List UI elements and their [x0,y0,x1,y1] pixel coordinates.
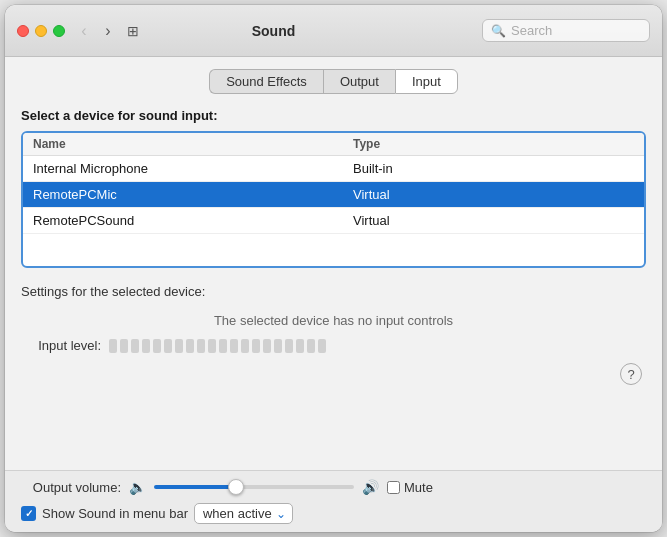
no-controls-text: The selected device has no input control… [21,313,646,328]
level-bar [120,339,128,353]
volume-label: Output volume: [21,480,121,495]
level-bar [208,339,216,353]
settings-section: Settings for the selected device: The se… [21,284,646,454]
table-row[interactable]: RemotePCMic Virtual [23,182,644,208]
content: Sound Effects Output Input Select a devi… [5,57,662,470]
bottom-bar: Output volume: 🔈 🔊 Mute Show Sound in me… [5,470,662,532]
table-row[interactable]: RemotePCSound Virtual [23,208,644,234]
device-type: Built-in [353,161,634,176]
input-level-label: Input level: [21,338,101,353]
volume-low-icon: 🔈 [129,479,146,495]
tab-output[interactable]: Output [323,69,395,94]
search-box[interactable]: 🔍 [482,19,650,42]
device-name: RemotePCMic [33,187,353,202]
level-bar [197,339,205,353]
input-level-row: Input level: [21,338,646,353]
volume-high-icon: 🔊 [362,479,379,495]
dropdown-arrow-icon: ⌄ [276,507,286,521]
device-type: Virtual [353,213,634,228]
mute-checkbox[interactable] [387,481,400,494]
column-name-header: Name [33,137,353,151]
device-type: Virtual [353,187,634,202]
device-table: Name Type Internal Microphone Built-in R… [21,131,646,268]
when-active-dropdown[interactable]: when active ⌄ [194,503,293,524]
table-row-empty [23,234,644,266]
traffic-lights [17,25,65,37]
level-bar [307,339,315,353]
volume-row: Output volume: 🔈 🔊 Mute [21,479,646,495]
menubar-checkbox[interactable] [21,506,36,521]
level-bar [164,339,172,353]
mute-label: Mute [404,480,433,495]
device-name: Internal Microphone [33,161,353,176]
device-name: RemotePCSound [33,213,353,228]
device-list-title: Select a device for sound input: [21,108,646,123]
table-row[interactable]: Internal Microphone Built-in [23,156,644,182]
window-title: Sound [65,23,482,39]
settings-title: Settings for the selected device: [21,284,646,299]
maximize-button[interactable] [53,25,65,37]
volume-slider[interactable] [154,485,354,489]
menubar-label: Show Sound in menu bar [42,506,188,521]
tab-sound-effects[interactable]: Sound Effects [209,69,323,94]
table-body: Internal Microphone Built-in RemotePCMic… [23,156,644,266]
minimize-button[interactable] [35,25,47,37]
level-bar [263,339,271,353]
sound-preferences-window: ‹ › ⊞ Sound 🔍 Sound Effects Output Input… [5,5,662,532]
table-header: Name Type [23,133,644,156]
level-bar [230,339,238,353]
mute-row: Mute [387,480,433,495]
column-type-header: Type [353,137,634,151]
close-button[interactable] [17,25,29,37]
level-bar [219,339,227,353]
tabs: Sound Effects Output Input [21,69,646,94]
level-bar [285,339,293,353]
level-bar [296,339,304,353]
titlebar: ‹ › ⊞ Sound 🔍 [5,5,662,57]
search-input[interactable] [511,23,641,38]
level-bar [186,339,194,353]
tab-input[interactable]: Input [395,69,458,94]
search-icon: 🔍 [491,24,506,38]
level-bar [252,339,260,353]
level-bar [175,339,183,353]
level-bar [142,339,150,353]
menubar-row: Show Sound in menu bar when active ⌄ [21,503,646,524]
level-bars [109,339,326,353]
level-bar [318,339,326,353]
help-button[interactable]: ? [620,363,642,385]
when-active-label: when active [203,506,272,521]
level-bar [131,339,139,353]
level-bar [153,339,161,353]
level-bar [109,339,117,353]
level-bar [241,339,249,353]
level-bar [274,339,282,353]
